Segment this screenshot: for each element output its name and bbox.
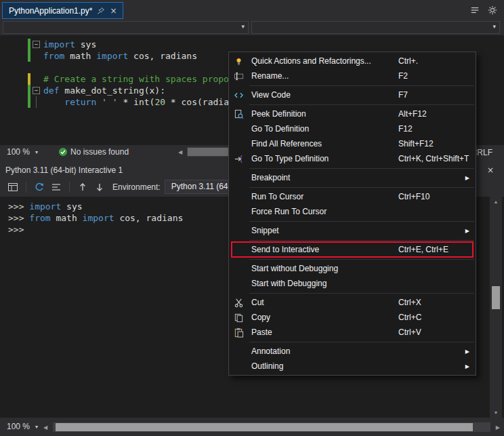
menu-separator [249, 221, 474, 222]
code-text: from math import cos, radians [43, 51, 197, 61]
menu-separator [249, 293, 474, 294]
menu-item-label: Outlining [251, 361, 283, 371]
menu-item-force-run-to-cursor[interactable]: Force Run To Cursor [229, 204, 476, 219]
scroll-left-arrow-icon[interactable]: ◀ [43, 424, 47, 431]
issues-status-text[interactable]: No issues found [70, 147, 129, 157]
menu-separator [249, 168, 474, 169]
menu-separator [249, 259, 474, 260]
scroll-left-arrow-icon[interactable]: ◀ [178, 149, 182, 155]
submenu-arrow-icon: ▶ [465, 363, 469, 370]
menu-item-label: Copy [251, 313, 270, 322]
code-line[interactable]: −import sys [0, 39, 504, 50]
menu-item-outlining[interactable]: Outlining▶ [229, 359, 476, 374]
menu-item-label: Find All References [251, 139, 322, 148]
reset-icon[interactable] [33, 181, 45, 193]
menu-item-go-to-definition[interactable]: Go To DefinitionF12 [229, 121, 476, 136]
menu-item-quick-actions-and-refactorings[interactable]: Quick Actions and Refactorings...Ctrl+. [229, 54, 476, 68]
navigation-member-dropdown[interactable]: ▾ [251, 21, 500, 34]
tab-pythonapplication1-py[interactable]: PythonApplication1.py* × [2, 2, 123, 19]
code-token: sys [75, 39, 96, 49]
menu-item-label: Rename... [251, 71, 289, 81]
code-token: sys [61, 201, 82, 212]
code-token: * cos(radia [165, 97, 229, 107]
interactive-toolbar-icons [7, 181, 106, 193]
code-token: ' ' [96, 97, 117, 107]
menu-item-shortcut: Shift+F12 [398, 139, 434, 148]
gear-icon[interactable] [488, 5, 497, 18]
menu-item-find-all-references[interactable]: Find All ReferencesShift+F12 [229, 136, 476, 151]
code-token: cos, radians [114, 213, 184, 223]
menu-item-shortcut: Ctrl+C [398, 313, 421, 322]
menu-item-label: Run To Cursor [251, 192, 303, 201]
interactive-window-icon[interactable] [7, 181, 19, 193]
scrollbar-thumb[interactable] [56, 423, 473, 431]
menu-item-shortcut: F2 [398, 71, 408, 81]
menu-item-run-to-cursor[interactable]: Run To CursorCtrl+F10 [229, 189, 476, 204]
menu-item-shortcut: Ctrl+E, Ctrl+E [398, 245, 448, 254]
interactive-vertical-scrollbar[interactable]: ▲ ▼ [490, 197, 502, 418]
editor-navigation-bar: ▾ ▾ [0, 20, 504, 35]
paste-icon [233, 327, 244, 338]
menu-separator [249, 240, 474, 241]
menu-item-start-with-debugging[interactable]: Start with Debugging [229, 276, 476, 291]
fold-guide-line [36, 96, 37, 108]
tab-bar: PythonApplication1.py* × [0, 0, 504, 20]
menu-item-label: Quick Actions and Refactorings... [251, 56, 371, 66]
code-text: def make_dot_string(x): [43, 85, 165, 96]
code-text: import sys [43, 39, 96, 49]
collapse-region-icon[interactable]: − [33, 41, 40, 48]
editor-gutter [0, 85, 31, 96]
submenu-arrow-icon: ▶ [465, 349, 469, 355]
scroll-up-arrow-icon[interactable]: ▲ [490, 199, 502, 204]
close-icon[interactable]: × [110, 7, 117, 15]
interactive-panel-title: Python 3.11 (64-bit) Interactive 1 [5, 165, 123, 175]
change-indicator [28, 73, 30, 85]
interactive-horizontal-scrollbar[interactable] [53, 422, 490, 432]
panel-close-icon[interactable]: × [487, 165, 494, 175]
scrollbar-thumb[interactable] [492, 286, 500, 309]
clear-screen-icon[interactable] [50, 181, 62, 193]
fold-margin [31, 50, 43, 62]
code-token: from [29, 213, 50, 223]
scroll-right-arrow-icon[interactable]: ▶ [496, 424, 500, 431]
menu-item-rename[interactable]: Rename...F2 [229, 68, 476, 83]
navigation-scope-dropdown[interactable]: ▾ [3, 21, 249, 34]
menu-item-copy[interactable]: CopyCtrl+C [229, 310, 476, 325]
history-previous-icon[interactable] [77, 181, 89, 193]
chevron-down-icon: ▾ [492, 23, 496, 30]
code-token: def [43, 85, 59, 96]
menu-item-go-to-type-definition[interactable]: Go To Type DefinitionCtrl+K, Ctrl+Shift+… [229, 151, 476, 166]
menu-item-label: Snippet [251, 226, 279, 235]
visual-studio-window: PythonApplication1.py* × ▾ ▾ −import sys… [0, 0, 504, 436]
code-token: # Create a string with spaces propor [43, 74, 234, 84]
menu-item-shortcut: Ctrl+V [398, 328, 421, 337]
cut-icon [233, 297, 244, 308]
tab-title: PythonApplication1.py* [9, 6, 92, 16]
menu-item-annotation[interactable]: Annotation▶ [229, 344, 476, 359]
copy-icon [233, 312, 244, 323]
code-token: * int( [118, 97, 155, 107]
code-token: from [43, 51, 64, 61]
menu-item-view-code[interactable]: View CodeF7 [229, 87, 476, 102]
menu-item-breakpoint[interactable]: Breakpoint▶ [229, 170, 476, 185]
pin-icon[interactable] [97, 7, 105, 15]
collapse-region-icon[interactable]: − [33, 87, 40, 94]
editor-zoom-dropdown[interactable]: 100 % ▾ [7, 147, 38, 157]
fold-margin [31, 73, 43, 85]
menu-item-label: Start without Debugging [251, 264, 338, 273]
menu-item-snippet[interactable]: Snippet▶ [229, 223, 476, 238]
history-next-icon[interactable] [93, 181, 106, 193]
task-list-icon[interactable] [470, 5, 480, 18]
scroll-down-arrow-icon[interactable]: ▼ [490, 410, 502, 415]
menu-item-peek-definition[interactable]: Peek DefinitionAlt+F12 [229, 106, 476, 121]
menu-item-start-without-debugging[interactable]: Start without Debugging [229, 261, 476, 276]
menu-item-cut[interactable]: CutCtrl+X [229, 295, 476, 310]
menu-item-paste[interactable]: PasteCtrl+V [229, 325, 476, 340]
toolbar-separator [26, 182, 26, 193]
menu-item-label: View Code [251, 90, 291, 100]
menu-item-shortcut: Ctrl+F10 [398, 192, 429, 201]
code-token: import [83, 213, 114, 223]
interactive-zoom-dropdown[interactable]: 100 % ▾ [7, 422, 38, 431]
menu-item-shortcut: Ctrl+. [398, 56, 418, 66]
menu-item-send-to-interactive[interactable]: Send to InteractiveCtrl+E, Ctrl+E [229, 242, 476, 257]
